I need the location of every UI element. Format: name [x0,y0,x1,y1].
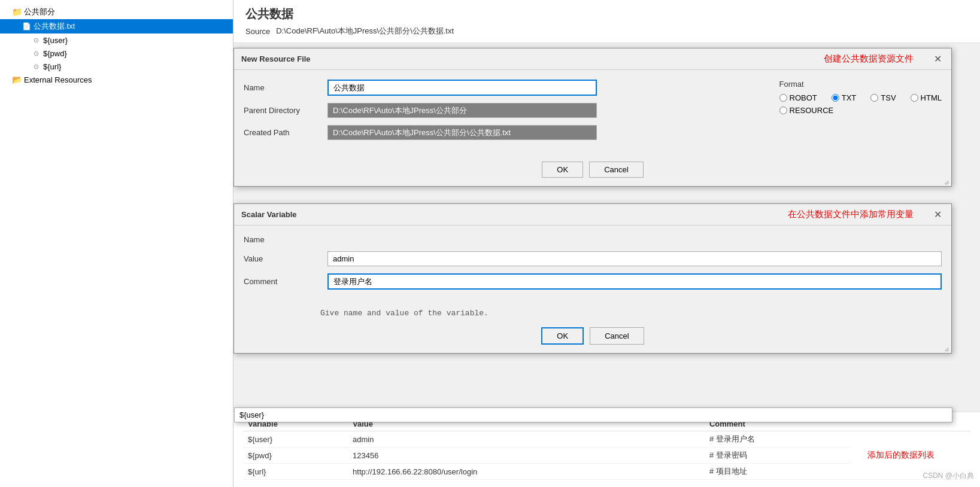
row2-comment: # 登录密码 [705,448,851,464]
format-section: Format ROBOT TXT TSV [779,80,942,118]
row1-value: admin [348,431,705,448]
variable-icon: ⊙ [31,62,41,71]
main-content: 公共数据 Source D:\Code\RF\Auto\本地JPress\公共部… [233,0,980,487]
sidebar-item-label: ${url} [43,62,61,71]
source-path: D:\Code\RF\Auto\本地JPress\公共部分\公共数据.txt [276,26,454,36]
resize-handle-new-resource[interactable]: ⊿ [944,179,950,185]
parent-dir-input[interactable] [327,103,597,118]
new-resource-annotation: 创建公共数据资源文件 [824,53,914,65]
row2-variable: ${pwd} [243,448,348,464]
parent-dir-label: Parent Directory [244,106,321,115]
scalar-value-row: Value [244,251,942,266]
format-html-label: HTML [921,93,942,102]
dialog-scalar-titlebar: Scalar Variable 在公共数据文件中添加常用变量 ✕ [234,204,951,226]
new-resource-cancel-button[interactable]: Cancel [589,162,643,178]
data-table-section: Variable Value Comment ${user} admin # 登… [233,412,980,487]
sidebar-item-gongong-file[interactable]: 📄 公共数据.txt [0,19,233,34]
table-annotation: 添加后的数据列表 [867,450,935,459]
format-robot[interactable]: ROBOT [779,93,817,102]
format-txt-radio[interactable] [832,94,839,102]
sidebar-item-pwd-var[interactable]: ⊙ ${pwd} [0,47,233,60]
table-row: ${user} admin # 登录用户名 添加后的数据列表 [243,431,970,448]
sidebar-item-label: 公共数据.txt [34,21,75,32]
format-html-radio[interactable] [911,94,918,102]
sidebar-item-external-resources[interactable]: 📂 External Resources [0,73,233,86]
scalar-comment-row: Comment [244,273,942,290]
format-txt-label: TXT [842,93,857,102]
variable-icon: ⊙ [31,48,41,58]
format-radio-row1: ROBOT TXT TSV HTML [779,93,942,102]
format-resource-label: RESOURCE [790,106,834,115]
dialog-scalar-body: Name Value Comment [234,226,951,306]
sidebar: 📁 公共部分 📄 公共数据.txt ⊙ ${user} ⊙ ${pwd} ⊙ $… [0,0,233,487]
folder-icon: 📁 [12,7,22,17]
format-robot-radio[interactable] [779,94,787,102]
scalar-name-row: Name [244,235,942,244]
dialog-scalar-title: Scalar Variable [241,210,297,219]
new-resource-ok-button[interactable]: OK [542,162,583,178]
scalar-buttons: OK Cancel [234,322,951,353]
name-input[interactable] [327,80,597,96]
new-resource-buttons: OK Cancel [234,157,951,186]
format-html[interactable]: HTML [911,93,942,102]
format-resource-radio[interactable] [779,106,787,114]
name-row: Name [244,80,756,96]
scalar-value-label: Value [244,254,321,263]
dialog-scalar: Scalar Variable 在公共数据文件中添加常用变量 ✕ Name Va… [233,203,952,354]
page-title: 公共数据 [245,6,968,22]
dialog-new-resource: New Resource File 创建公共数据资源文件 ✕ Name Pare… [233,48,952,187]
source-label: Source [245,27,270,36]
scalar-hint: Give name and value of the variable. [234,306,951,322]
scalar-annotation: 在公共数据文件中添加常用变量 [788,209,914,220]
created-path-row: Created Path [244,125,756,140]
row3-variable: ${url} [243,464,348,480]
scalar-cancel-button[interactable]: Cancel [590,327,644,345]
row3-value: http://192.166.66.22:8080/user/login [348,464,705,480]
row3-comment: # 项目地址 [705,464,851,480]
row1-variable: ${user} [243,431,348,448]
source-row: Source D:\Code\RF\Auto\本地JPress\公共部分\公共数… [245,26,968,36]
created-path-label: Created Path [244,128,321,137]
dialog-new-resource-titlebar: New Resource File 创建公共数据资源文件 ✕ [234,48,951,70]
format-label: Format [779,80,942,89]
sidebar-item-label: ${pwd} [43,49,67,58]
dialog-new-resource-body: Name Parent Directory Created Path [234,70,951,157]
format-tsv[interactable]: TSV [870,93,896,102]
created-path-input[interactable] [327,125,597,140]
format-robot-label: ROBOT [790,93,817,102]
sidebar-item-label: ${user} [43,36,68,45]
row2-value: 123456 [348,448,705,464]
format-tsv-label: TSV [881,93,896,102]
resize-handle-scalar[interactable]: ⊿ [944,346,950,352]
sidebar-item-label: 公共部分 [24,7,55,17]
dialog-new-resource-close[interactable]: ✕ [932,53,944,65]
page-header: 公共数据 Source D:\Code\RF\Auto\本地JPress\公共部… [233,0,980,43]
format-tsv-radio[interactable] [870,94,878,102]
row1-comment: # 登录用户名 [705,431,851,448]
scalar-comment-label: Comment [244,277,321,286]
name-label: Name [244,83,321,92]
folder-open-icon: 📂 [12,75,22,84]
scalar-comment-input[interactable] [327,273,942,290]
format-txt[interactable]: TXT [832,93,857,102]
scalar-ok-button[interactable]: OK [541,327,584,345]
sidebar-item-url-var[interactable]: ⊙ ${url} [0,60,233,73]
dialog-scalar-close[interactable]: ✕ [932,209,944,220]
variable-icon: ⊙ [31,35,41,45]
format-radio-row2: RESOURCE [779,106,942,115]
scalar-name-label: Name [244,235,321,244]
sidebar-item-user-var[interactable]: ⊙ ${user} [0,34,233,47]
sidebar-item-gongong-folder[interactable]: 📁 公共部分 [0,5,233,19]
format-resource[interactable]: RESOURCE [779,106,834,115]
scalar-name-input[interactable] [234,407,952,422]
parent-dir-row: Parent Directory [244,103,756,118]
watermark: CSDN @小白典 [923,471,974,481]
data-table: Variable Value Comment ${user} admin # 登… [243,417,970,480]
dialog-new-resource-title: New Resource File [241,54,311,63]
file-icon: 📄 [22,22,31,31]
sidebar-item-label: External Resources [24,75,92,84]
scalar-value-input[interactable] [327,251,942,266]
